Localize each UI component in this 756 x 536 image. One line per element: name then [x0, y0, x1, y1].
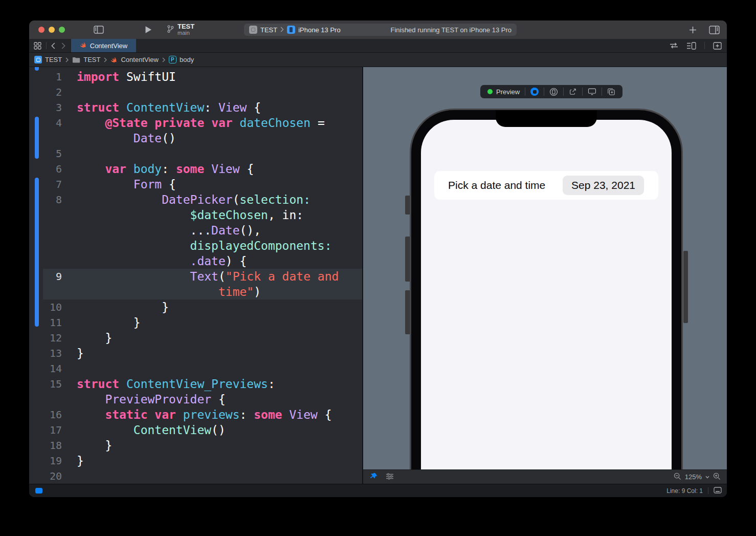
- code-row[interactable]: displayedComponents:: [29, 238, 362, 253]
- line-number: 14: [29, 361, 62, 376]
- code-row[interactable]: ...Date(),: [29, 223, 362, 238]
- code-review-icon[interactable]: [670, 42, 678, 49]
- line-number: 17: [29, 422, 62, 438]
- breadcrumb-file[interactable]: ContentView: [110, 56, 158, 63]
- code-text: var body: some View {: [77, 161, 254, 177]
- breadcrumb-project[interactable]: TEST: [34, 56, 62, 63]
- code-text: @State private var dateChosen =: [77, 115, 325, 131]
- inspect-device-icon: [549, 88, 558, 96]
- pin-preview-icon[interactable]: [370, 473, 377, 482]
- code-row[interactable]: 5: [29, 146, 362, 161]
- code-text: }: [77, 299, 169, 315]
- toggle-inspector-sidebar-icon[interactable]: [709, 26, 720, 34]
- project-app-icon: [249, 26, 257, 34]
- code-row[interactable]: $dateChosen, in:: [29, 207, 362, 223]
- editor-display-icon[interactable]: [714, 487, 722, 495]
- close-window-button[interactable]: [38, 27, 45, 33]
- preview-mode-button[interactable]: Preview: [482, 88, 525, 96]
- line-number: 3: [29, 100, 62, 115]
- code-row[interactable]: 7 Form {: [29, 177, 362, 192]
- breadcrumb-group[interactable]: TEST: [72, 56, 100, 63]
- cursor-position: Line: 9 Col: 1: [666, 487, 703, 495]
- source-editor[interactable]: 1import SwiftUI23struct ContentView: Vie…: [29, 67, 362, 484]
- selectable-mode-button[interactable]: [544, 88, 563, 96]
- breakpoints-indicator-icon[interactable]: [35, 488, 42, 494]
- code-text: static var previews: some View {: [77, 407, 332, 422]
- code-row[interactable]: 13}: [29, 346, 362, 361]
- code-row[interactable]: Date(): [29, 131, 362, 146]
- line-number: 18: [29, 438, 62, 453]
- code-row[interactable]: 1import SwiftUI: [29, 69, 362, 84]
- add-editor-icon[interactable]: [713, 42, 722, 50]
- preview-canvas-content: Pick a date and time Sep 23, 2021 Previe…: [363, 67, 727, 469]
- chevron-down-icon: [705, 476, 709, 479]
- zoom-level-dropdown[interactable]: 125%: [685, 473, 702, 481]
- code-row[interactable]: 8 DatePicker(selection:: [29, 192, 362, 207]
- code-text: }: [77, 315, 141, 330]
- line-number: 12: [29, 330, 62, 346]
- preview-mode-label: Preview: [496, 88, 520, 96]
- code-text: ...Date(),: [77, 223, 261, 238]
- zoom-window-button[interactable]: [59, 27, 65, 33]
- code-row[interactable]: 11 }: [29, 315, 362, 330]
- minimize-window-button[interactable]: [49, 27, 55, 33]
- code-row[interactable]: 16 static var previews: some View {: [29, 407, 362, 422]
- code-row[interactable]: 4 @State private var dateChosen =: [29, 115, 362, 131]
- divider: [46, 42, 47, 49]
- line-number: 16: [29, 407, 62, 422]
- code-row[interactable]: 19}: [29, 453, 362, 468]
- date-value-button[interactable]: Sep 23, 2021: [563, 176, 644, 195]
- navigate-back-icon[interactable]: [51, 42, 55, 49]
- iphone-device-frame: Pick a date and time Sep 23, 2021: [410, 109, 683, 469]
- code-row[interactable]: time"): [29, 284, 362, 299]
- activity-view[interactable]: TEST iPhone 13 Pro Finished running TEST…: [244, 24, 517, 36]
- code-text: struct ContentView_Previews:: [77, 376, 275, 392]
- code-row[interactable]: 9 Text("Pick a date and: [29, 269, 362, 284]
- destination-device[interactable]: iPhone 13 Pro: [298, 26, 340, 34]
- destination-project[interactable]: TEST: [260, 26, 277, 34]
- preview-on-device-button[interactable]: [564, 88, 582, 96]
- code-row[interactable]: 20: [29, 468, 362, 484]
- code-row[interactable]: PreviewProvider {: [29, 392, 362, 407]
- line-number: 13: [29, 346, 62, 361]
- jump-bar: TEST TEST ContentView P body: [29, 53, 727, 67]
- code-row[interactable]: 14: [29, 361, 362, 376]
- tab-label: ContentView: [90, 42, 127, 50]
- device-power-button: [683, 251, 688, 323]
- device-settings-button[interactable]: [583, 88, 602, 95]
- toggle-navigator-sidebar-icon[interactable]: [94, 26, 104, 34]
- navigate-forward-icon[interactable]: [61, 42, 65, 49]
- chevron-right-icon: [104, 57, 107, 62]
- zoom-in-icon[interactable]: [713, 473, 721, 482]
- code-row[interactable]: .date) {: [29, 253, 362, 269]
- code-text: import SwiftUI: [77, 69, 176, 84]
- line-number: 5: [29, 146, 62, 161]
- scheme-branch-indicator[interactable]: TEST main: [166, 23, 194, 36]
- code-row[interactable]: 3struct ContentView: View {: [29, 100, 362, 115]
- code-row[interactable]: 10 }: [29, 299, 362, 315]
- adjust-editor-options-icon[interactable]: [686, 42, 696, 50]
- line-number: 20: [29, 468, 62, 484]
- breadcrumb-symbol[interactable]: P body: [169, 56, 194, 63]
- line-number: 7: [29, 177, 62, 192]
- zoom-out-icon[interactable]: [674, 473, 681, 482]
- code-text: displayedComponents:: [77, 238, 332, 253]
- code-text: time"): [77, 284, 261, 299]
- canvas-bottom-bar: 125%: [363, 469, 727, 484]
- code-row[interactable]: 17 ContentView(): [29, 422, 362, 438]
- code-row[interactable]: 6 var body: some View {: [29, 161, 362, 177]
- tab-overview-icon[interactable]: [34, 42, 41, 50]
- change-bar: [35, 117, 39, 159]
- code-row[interactable]: 12 }: [29, 330, 362, 346]
- add-library-icon[interactable]: [689, 26, 697, 34]
- live-preview-button[interactable]: [525, 88, 544, 96]
- run-button[interactable]: [145, 26, 152, 34]
- line-number: 11: [29, 315, 62, 330]
- tab-contentview[interactable]: ContentView: [71, 39, 136, 52]
- code-row[interactable]: 2: [29, 84, 362, 100]
- chevron-right-icon: [280, 26, 284, 34]
- preview-adjustments-icon[interactable]: [386, 473, 394, 481]
- duplicate-preview-button[interactable]: [602, 88, 620, 96]
- code-row[interactable]: 15struct ContentView_Previews:: [29, 376, 362, 392]
- code-row[interactable]: 18 }: [29, 438, 362, 453]
